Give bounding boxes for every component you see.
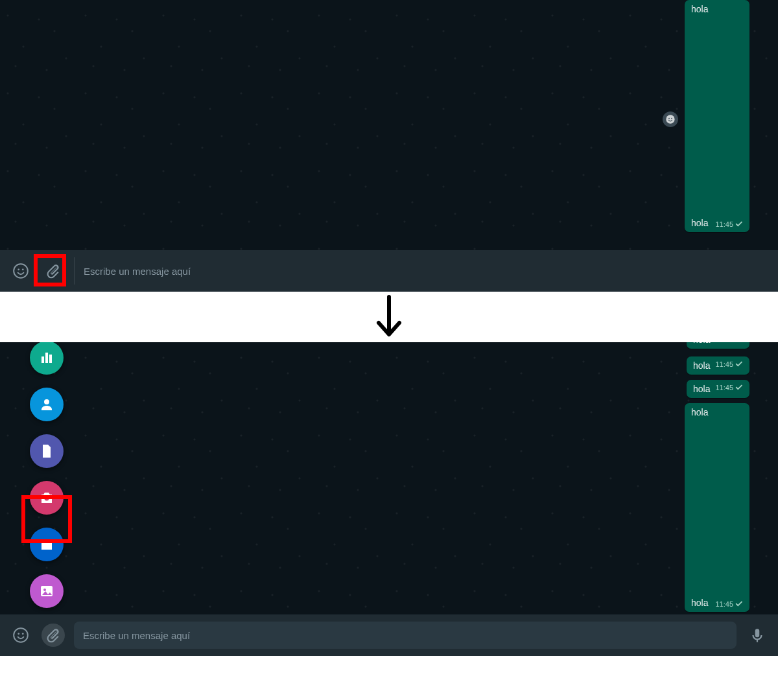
message-bubble-outgoing[interactable]: hola 11:45 <box>687 356 749 375</box>
message-bubble-outgoing[interactable]: hola 11:45 <box>687 342 749 349</box>
check-icon <box>735 384 744 391</box>
attach-document-button[interactable] <box>30 434 64 468</box>
svg-rect-7 <box>41 356 44 363</box>
attach-camera-button[interactable] <box>30 481 64 515</box>
mic-icon[interactable] <box>746 624 769 647</box>
svg-point-16 <box>22 633 24 635</box>
chat-background-pattern <box>0 0 778 292</box>
svg-rect-9 <box>49 355 52 363</box>
message-time: 11:45 <box>715 384 733 391</box>
chat-background-pattern <box>0 342 778 656</box>
message-input-wrap <box>74 257 769 285</box>
attach-gallery-button[interactable] <box>30 574 64 608</box>
message-input[interactable] <box>83 630 727 641</box>
chat-panel-after: hola 11:45 hola 11:45 hola 11:45 hola ho… <box>0 342 778 656</box>
message-meta: 11:45 <box>715 360 744 368</box>
svg-point-0 <box>666 115 674 123</box>
svg-point-4 <box>18 268 19 270</box>
contact-icon <box>39 397 54 412</box>
message-meta: 11:45 <box>715 220 744 228</box>
sticker-icon <box>39 537 54 552</box>
svg-point-13 <box>43 589 46 591</box>
message-time: 11:45 <box>715 360 733 368</box>
attach-contact-button[interactable] <box>30 388 64 421</box>
message-meta: 11:45 <box>715 384 744 391</box>
compose-bar <box>0 614 778 656</box>
message-bubble-outgoing[interactable]: hola hola 11:45 <box>685 403 749 612</box>
svg-point-11 <box>45 496 49 501</box>
arrow-down-icon <box>373 294 405 340</box>
attach-poll-button[interactable] <box>30 342 64 375</box>
attach-icon[interactable] <box>41 259 65 283</box>
attach-menu <box>30 342 64 608</box>
check-icon <box>735 221 744 228</box>
image-icon <box>39 583 54 599</box>
attach-sticker-button[interactable] <box>30 528 64 561</box>
message-text: hola <box>691 598 708 608</box>
step-arrow <box>0 292 778 342</box>
poll-icon <box>39 350 54 366</box>
message-time: 11:45 <box>715 600 733 608</box>
compose-bar <box>0 250 778 292</box>
svg-point-1 <box>668 118 670 119</box>
message-bubble-outgoing[interactable]: hola hola 11:45 <box>685 0 749 232</box>
message-time: 11:45 <box>715 220 733 228</box>
chat-panel-before: hola hola 11:45 <box>0 0 778 292</box>
message-text: hola <box>693 342 710 345</box>
attach-icon[interactable] <box>41 624 65 647</box>
svg-point-14 <box>14 628 28 642</box>
camera-icon <box>39 490 54 506</box>
svg-point-10 <box>44 399 49 404</box>
message-input-wrap <box>74 622 737 649</box>
message-text: hola <box>693 360 710 371</box>
svg-point-3 <box>14 264 28 278</box>
message-bubble-outgoing[interactable]: hola 11:45 <box>687 380 749 398</box>
emoji-icon[interactable] <box>9 259 32 283</box>
svg-point-2 <box>671 118 672 119</box>
check-icon <box>735 601 744 607</box>
svg-rect-8 <box>45 353 48 363</box>
svg-point-15 <box>18 633 19 635</box>
message-text: hola <box>691 218 708 228</box>
check-icon <box>735 361 744 368</box>
svg-point-5 <box>22 268 24 270</box>
message-text: hola <box>691 4 744 14</box>
message-text: hola <box>693 384 710 394</box>
document-icon <box>39 443 54 459</box>
message-meta: 11:45 <box>715 600 744 608</box>
message-text: hola <box>691 407 744 417</box>
emoji-icon[interactable] <box>9 624 32 647</box>
reaction-badge[interactable] <box>663 111 678 127</box>
message-input[interactable] <box>84 266 769 277</box>
